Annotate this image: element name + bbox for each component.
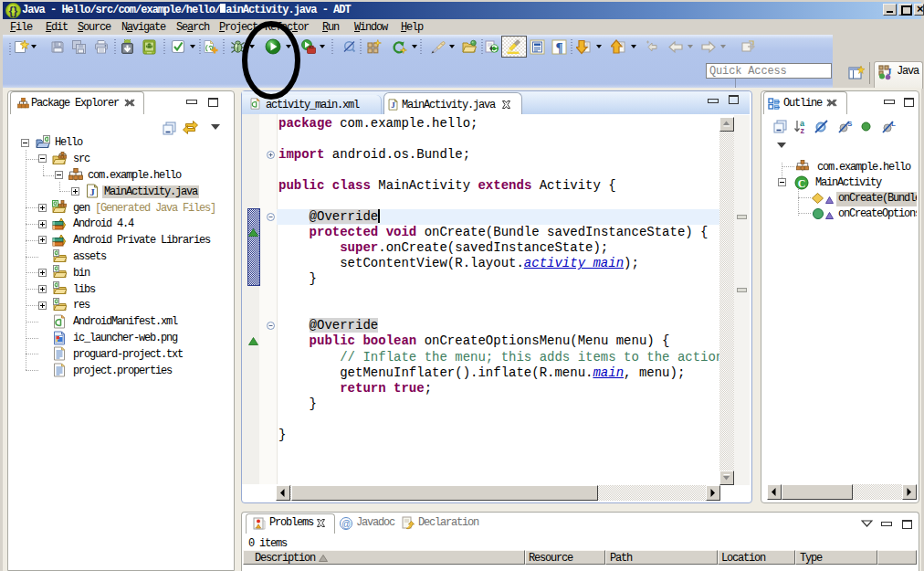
svg-text:{}: {} [9, 5, 18, 17]
svg-text:¶: ¶ [555, 40, 562, 55]
svg-text:z: z [801, 126, 805, 134]
